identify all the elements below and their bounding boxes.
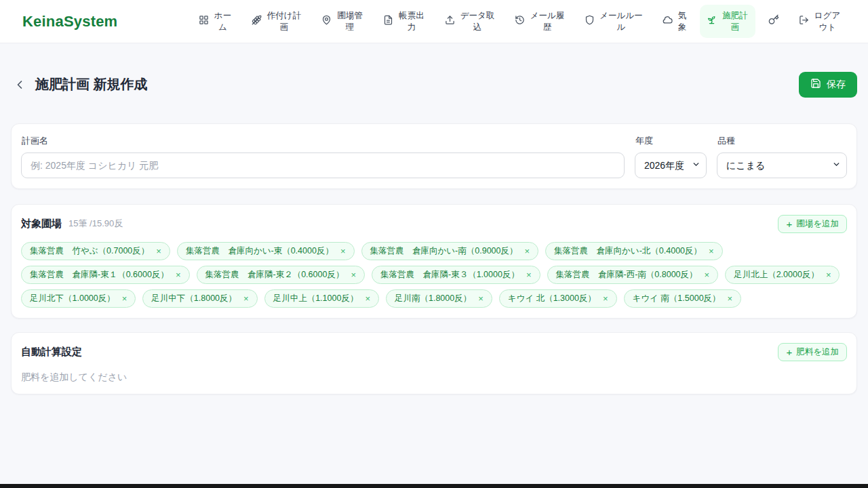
plan-form-card: 計画名 年度 2026年度 品種 にこまる bbox=[11, 123, 857, 189]
chip-close-icon[interactable]: × bbox=[176, 270, 181, 280]
field-chip-label: キウイ 北（1.3000反） bbox=[508, 293, 596, 304]
plan-name-label: 計画名 bbox=[22, 135, 625, 147]
field-chip-label: 集落営農 倉庫向かい-東（0.4000反） bbox=[186, 245, 334, 257]
field-chip: 集落営農 倉庫隣-東１（0.6000反） × bbox=[21, 266, 190, 284]
field-chip-label: 集落営農 倉庫隣-東１（0.6000反） bbox=[30, 269, 169, 281]
chip-close-icon[interactable]: × bbox=[365, 293, 370, 304]
nav-item-key[interactable] bbox=[762, 9, 786, 33]
chip-close-icon[interactable]: × bbox=[351, 270, 356, 280]
add-fertilizer-button[interactable]: + 肥料を追加 bbox=[778, 343, 847, 361]
page-title: 施肥計画 新規作成 bbox=[35, 75, 148, 94]
field-chip-label: 集落営農 倉庫隣-西-南（0.8000反） bbox=[556, 269, 698, 281]
chip-close-icon[interactable]: × bbox=[243, 293, 249, 304]
nav-item-home[interactable]: ホーム bbox=[192, 5, 239, 38]
field-chip: 集落営農 竹やぶ（0.7000反） × bbox=[21, 242, 170, 260]
nav-list: ホーム 作付け計画 圃場管理 帳票出力 データ取込 メール履歴 メールルール bbox=[192, 5, 848, 38]
field-chip-label: 足川中上（1.1000反） bbox=[273, 293, 359, 304]
field-chip: 集落営農 倉庫隣-東２（0.6000反） × bbox=[197, 266, 366, 284]
chip-close-icon[interactable]: × bbox=[526, 270, 532, 280]
back-button[interactable] bbox=[11, 76, 28, 94]
target-fields-card: 対象圃場 15筆 /15.90反 + 圃場を追加 集落営農 竹やぶ（0.7000… bbox=[11, 204, 857, 319]
upload-icon bbox=[445, 15, 455, 28]
nav-item-planting-plan[interactable]: 作付け計画 bbox=[245, 5, 309, 38]
nav-item-label: メールルール bbox=[599, 10, 643, 33]
nav-item-label: 圃場管理 bbox=[336, 10, 363, 33]
grid-icon bbox=[199, 15, 209, 28]
save-button-label: 保存 bbox=[827, 79, 846, 91]
plan-name-input[interactable] bbox=[21, 152, 625, 178]
chip-close-icon[interactable]: × bbox=[524, 246, 530, 256]
year-group: 年度 2026年度 bbox=[635, 134, 707, 178]
sprout-icon bbox=[707, 15, 717, 28]
wheat-icon bbox=[252, 15, 262, 28]
nav-item-label: 帳票出力 bbox=[398, 10, 425, 33]
target-fields-title: 対象圃場 bbox=[21, 218, 62, 230]
field-chip: 足川北上（2.0000反） × bbox=[725, 266, 840, 284]
floppy-icon bbox=[810, 78, 821, 91]
chip-close-icon[interactable]: × bbox=[156, 246, 161, 256]
field-chip-label: 集落営農 竹やぶ（0.7000反） bbox=[30, 245, 149, 257]
field-chip-label: 足川中下（1.8000反） bbox=[151, 293, 237, 304]
field-chip-label: 足川北下（1.0000反） bbox=[30, 293, 115, 304]
nav-item-report-output[interactable]: 帳票出力 bbox=[376, 5, 432, 38]
top-nav: KeinaSystem ホーム 作付け計画 圃場管理 帳票出力 データ取込 メー… bbox=[0, 0, 868, 43]
auto-calc-card: 自動計算設定 + 肥料を追加 肥料を追加してください bbox=[11, 332, 857, 394]
nav-item-logout[interactable]: ログアウト bbox=[792, 5, 848, 38]
chip-close-icon[interactable]: × bbox=[705, 270, 710, 280]
chip-close-icon[interactable]: × bbox=[709, 246, 714, 256]
nav-item-weather[interactable]: 気象 bbox=[656, 5, 694, 38]
chip-close-icon[interactable]: × bbox=[603, 293, 608, 304]
field-chip: 足川中下（1.8000反） × bbox=[142, 289, 257, 308]
variety-group: 品種 にこまる bbox=[717, 134, 847, 178]
auto-calc-empty-text: 肥料を追加してください bbox=[21, 371, 847, 384]
chip-close-icon[interactable]: × bbox=[122, 293, 127, 304]
plus-icon: + bbox=[786, 219, 792, 229]
bottom-edge-bar bbox=[0, 484, 868, 488]
field-chip: 集落営農 倉庫向かい-北（0.4000反） × bbox=[545, 242, 723, 260]
field-chip-label: 足川北上（2.0000反） bbox=[734, 269, 819, 281]
nav-item-mail-rules[interactable]: メールルール bbox=[578, 5, 650, 38]
plus-icon: + bbox=[786, 347, 792, 357]
nav-item-label: ホーム bbox=[214, 10, 232, 33]
field-chip: 足川南（1.8000反） × bbox=[386, 289, 492, 308]
map-pin-icon bbox=[321, 15, 332, 28]
field-chip-label: 足川南（1.8000反） bbox=[395, 293, 471, 304]
chip-close-icon[interactable]: × bbox=[340, 246, 346, 256]
nav-item-label: データ取込 bbox=[460, 10, 495, 33]
auto-calc-title: 自動計算設定 bbox=[21, 346, 82, 359]
nav-item-field-management[interactable]: 圃場管理 bbox=[315, 5, 370, 38]
field-chip-label: 集落営農 倉庫向かい-北（0.4000反） bbox=[554, 245, 702, 257]
year-label: 年度 bbox=[635, 135, 707, 147]
nav-item-mail-history[interactable]: メール履歴 bbox=[508, 5, 572, 38]
shield-icon bbox=[585, 15, 595, 28]
nav-item-fertilization-plan[interactable]: 施肥計画 bbox=[700, 5, 755, 38]
field-chip: 足川北下（1.0000反） × bbox=[21, 289, 136, 308]
history-icon bbox=[515, 15, 525, 28]
field-chip-list: 集落営農 竹やぶ（0.7000反） × 集落営農 倉庫向かい-東（0.4000反… bbox=[21, 242, 847, 308]
field-chip-label: 集落営農 倉庫向かい-南（0.9000反） bbox=[370, 245, 518, 257]
variety-label: 品種 bbox=[717, 135, 847, 147]
variety-select[interactable]: にこまる bbox=[717, 152, 847, 178]
nav-item-label: ログアウト bbox=[814, 10, 841, 33]
add-fertilizer-button-label: 肥料を追加 bbox=[796, 346, 839, 358]
add-field-button[interactable]: + 圃場を追加 bbox=[778, 215, 847, 233]
field-chip: 集落営農 倉庫隣-東３（1.0000反） × bbox=[372, 266, 540, 284]
nav-item-data-import[interactable]: データ取込 bbox=[438, 5, 502, 38]
field-chip: 足川中上（1.1000反） × bbox=[264, 289, 379, 308]
nav-item-label: メール履歴 bbox=[530, 10, 565, 33]
main-content: 施肥計画 新規作成 保存 計画名 年度 2026年度 品種 にこまる bbox=[0, 66, 868, 394]
page-header: 施肥計画 新規作成 保存 bbox=[11, 66, 857, 103]
field-chip: 集落営農 倉庫隣-西-南（0.8000反） × bbox=[547, 266, 719, 284]
nav-item-label: 気象 bbox=[677, 10, 687, 33]
field-chip: キウイ 北（1.3000反） × bbox=[499, 289, 617, 308]
field-chip: 集落営農 倉庫向かい-東（0.4000反） × bbox=[177, 242, 355, 260]
field-chip-label: 集落営農 倉庫隣-東３（1.0000反） bbox=[380, 269, 519, 281]
year-select[interactable]: 2026年度 bbox=[635, 152, 707, 178]
target-fields-summary: 15筆 /15.90反 bbox=[68, 218, 123, 230]
plan-name-group: 計画名 bbox=[21, 134, 625, 178]
chip-close-icon[interactable]: × bbox=[478, 293, 484, 304]
save-button[interactable]: 保存 bbox=[799, 72, 857, 98]
app-logo[interactable]: KeinaSystem bbox=[22, 13, 117, 30]
chip-close-icon[interactable]: × bbox=[728, 293, 733, 304]
chip-close-icon[interactable]: × bbox=[826, 270, 831, 280]
